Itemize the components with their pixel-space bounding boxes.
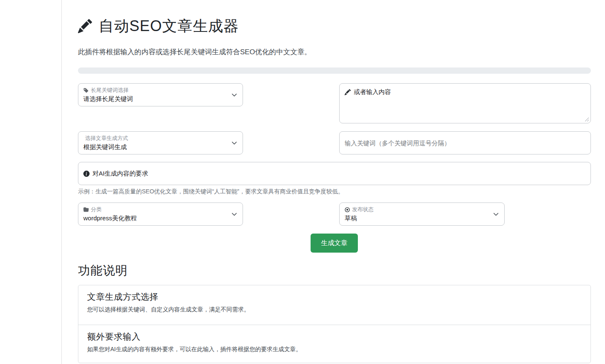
longtail-keyword-label-row: 长尾关键词选择 [83, 87, 226, 94]
chevron-down-icon [231, 211, 238, 217]
example-hint: 示例：生成一篇高质量的SEO优化文章，围绕关键词“人工智能”，要求文章具有商业价… [78, 188, 344, 195]
publish-status-label: 发布状态 [352, 206, 374, 213]
page-description: 此插件将根据输入的内容或选择长尾关键词生成符合SEO优化的中文文章。 [78, 47, 311, 57]
generation-method-select[interactable]: 选择文章生成方式 根据关键词生成 [78, 131, 243, 154]
features-list: 文章生成方式选择 您可以选择根据关键词、自定义内容生成文章，满足不同需求。 额外… [78, 285, 591, 363]
feature-title: 额外要求输入 [87, 330, 582, 343]
generation-method-label: 选择文章生成方式 [85, 135, 128, 142]
longtail-keyword-value: 请选择长尾关键词 [83, 95, 226, 103]
generate-article-button[interactable]: 生成文章 [311, 234, 358, 253]
pencil-icon [78, 19, 92, 33]
info-icon [83, 171, 90, 177]
page-header: 自动SEO文章生成器 [78, 16, 239, 36]
seo-generator-page: 自动SEO文章生成器 此插件将根据输入的内容或选择长尾关键词生成符合SEO优化的… [0, 0, 605, 364]
ai-requirements-label: 对AI生成内容的要求 [92, 170, 148, 178]
admin-sidebar-divider [61, 0, 62, 364]
category-label: 分类 [91, 206, 102, 213]
category-value: wordpress美化教程 [83, 214, 226, 222]
content-textarea[interactable]: 或者输入内容 [339, 83, 591, 123]
features-heading: 功能说明 [78, 263, 128, 279]
chevron-down-icon [493, 211, 499, 217]
content-textarea-label-row: 或者输入内容 [345, 88, 586, 96]
publish-status-select[interactable]: 发布状态 草稿 [339, 202, 505, 226]
chevron-down-icon [231, 92, 238, 98]
longtail-keyword-select[interactable]: 长尾关键词选择 请选择长尾关键词 [78, 83, 243, 106]
pencil-icon [345, 89, 351, 95]
content-textarea-label: 或者输入内容 [354, 88, 391, 96]
feature-description: 您可以选择根据关键词、自定义内容生成文章，满足不同需求。 [87, 306, 582, 313]
chevron-down-icon [231, 140, 238, 146]
generation-progress-bar [78, 67, 591, 74]
resize-handle[interactable] [585, 117, 589, 122]
longtail-keyword-label: 长尾关键词选择 [91, 87, 129, 94]
generation-method-label-row: 选择文章生成方式 [83, 135, 226, 142]
publish-status-label-row: 发布状态 [345, 206, 488, 213]
keywords-input[interactable] [339, 131, 591, 154]
tag-icon [83, 88, 89, 93]
ai-requirements-input[interactable]: 对AI生成内容的要求 [78, 162, 591, 185]
visibility-icon [345, 207, 350, 212]
generation-method-value: 根据关键词生成 [83, 143, 226, 151]
feature-title: 文章生成方式选择 [87, 291, 582, 303]
page-title: 自动SEO文章生成器 [99, 16, 239, 36]
publish-status-value: 草稿 [345, 214, 488, 222]
category-label-row: 分类 [83, 206, 226, 213]
feature-description: 如果您对AI生成的内容有额外要求，可以在此输入，插件将根据您的要求生成文章。 [87, 346, 582, 353]
folder-icon [83, 207, 89, 212]
list-item: 额外要求输入 如果您对AI生成的内容有额外要求，可以在此输入，插件将根据您的要求… [78, 325, 590, 363]
list-item: 文章生成方式选择 您可以选择根据关键词、自定义内容生成文章，满足不同需求。 [78, 285, 590, 325]
category-select[interactable]: 分类 wordpress美化教程 [78, 202, 243, 226]
